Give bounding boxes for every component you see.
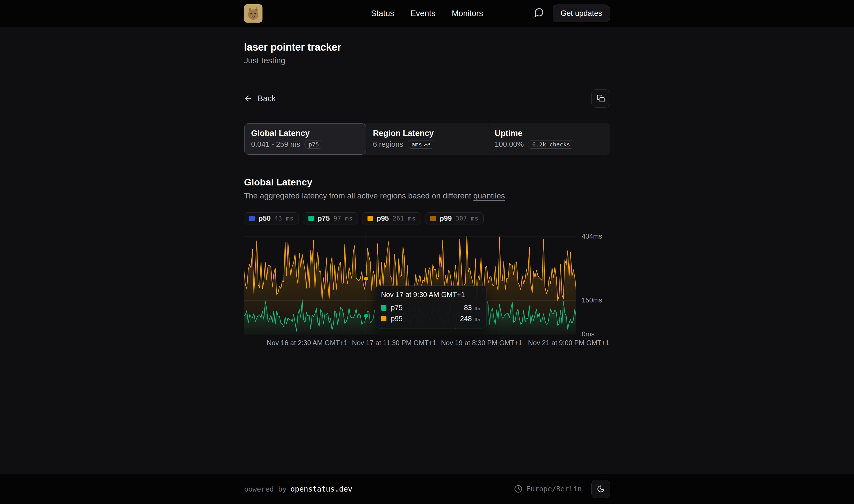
region-badge: ams [407,140,434,149]
tooltip-value: 83 [464,304,472,312]
moon-icon [597,485,605,493]
nav-status[interactable]: Status [371,9,394,18]
message-bubble-icon [534,7,544,19]
tooltip-row-p75: p75 83ms [381,304,481,312]
timezone-label: Europe/Berlin [526,485,582,493]
top-nav: Status Events Monitors Get updates [0,0,854,27]
x-tick-label: Nov 21 at 9:00 PM GMT+1 [528,339,609,347]
tooltip-row-p95: p95 248ms [381,314,481,323]
clock-icon [514,485,522,493]
tab-title: Global Latency [251,129,359,138]
back-label: Back [257,94,276,103]
p95-swatch [381,316,386,321]
main-nav: Status Events Monitors [371,9,483,18]
toolbar-row: Back [244,89,610,108]
nav-monitors[interactable]: Monitors [452,9,483,18]
page-subtitle: Just testing [244,56,610,65]
tab-uptime[interactable]: Uptime 100.00% 6.2k checks [488,123,610,154]
p75-swatch [381,305,386,310]
p99-swatch [430,216,436,221]
openstatus-link[interactable]: openstatus.dev [290,485,352,493]
main-content: laser pointer tracker Just testing Back [0,27,854,474]
p95-swatch [367,216,373,221]
logo-image[interactable] [244,4,262,23]
tab-title: Region Latency [373,129,481,138]
copy-link-button[interactable] [592,89,610,108]
back-link[interactable]: Back [244,94,276,103]
legend-value: 97 ms [333,215,353,222]
y-tick-label: 434ms [582,232,602,240]
x-tick-label: Nov 17 at 11:30 PM GMT+1 [352,339,436,347]
section-title: Global Latency [244,177,610,188]
get-updates-button[interactable]: Get updates [553,4,610,23]
legend-value: 261 ms [393,215,416,222]
legend-label: p99 [440,214,452,222]
checks-badge: 6.2k checks [528,140,574,149]
y-tick-label: 0ms [582,330,595,338]
legend-label: p75 [317,214,330,222]
legend-value: 307 ms [456,215,478,222]
x-axis: Nov 16 at 2:30 AM GMT+1 Nov 17 at 11:30 … [244,339,576,349]
nav-events[interactable]: Events [411,9,435,18]
status-page: Status Events Monitors Get updates laser… [0,0,854,504]
feedback-button[interactable] [534,7,544,19]
powered-label: powered by [244,485,287,493]
legend-item-p99[interactable]: p99 307 ms [425,212,484,224]
legend-label: p50 [258,214,271,222]
cat-logo-icon [244,4,262,23]
tooltip-label: p75 [391,304,402,312]
theme-toggle-button[interactable] [592,480,610,498]
tab-region-latency[interactable]: Region Latency 6 regions ams [366,123,488,154]
tooltip-unit: ms [473,316,481,323]
p75-swatch [308,216,314,221]
timezone: Europe/Berlin [514,485,581,493]
page-title: laser pointer tracker [244,27,610,53]
powered-by: powered byopenstatus.dev [244,485,352,493]
page-footer: powered byopenstatus.dev Europe/Berlin [0,474,854,504]
legend-item-p50[interactable]: p50 43 ms [244,212,299,224]
latency-chart-area: 434ms150ms0ms Nov 16 at 2:30 AM GMT+1 No… [244,231,610,357]
legend-item-p75[interactable]: p75 97 ms [303,212,358,224]
x-tick-label: Nov 19 at 8:30 PM GMT+1 [441,339,522,347]
tooltip-label: p95 [391,314,402,323]
section-description: The aggregated latency from all active r… [244,191,610,200]
legend-item-p95[interactable]: p95 261 ms [362,212,421,224]
tooltip-unit: ms [473,304,481,311]
trending-up-icon [424,141,430,147]
quantiles-link[interactable]: quantiles [473,191,505,200]
chart-tooltip: Nov 17 at 9:30 AM GMT+1 p75 83ms p95 248… [375,286,487,329]
p75-badge: p75 [305,140,323,149]
chart-legend: p50 43 ms p75 97 ms p95 261 ms p99 307 m… [244,212,610,224]
legend-value: 43 ms [274,215,294,222]
arrow-left-icon [244,94,253,103]
tab-global-latency[interactable]: Global Latency 0.041 - 259 ms p75 [244,123,366,154]
copy-icon [597,94,605,103]
tab-subtitle: 6 regions [373,140,403,149]
tab-subtitle: 0.041 - 259 ms [251,140,300,149]
header-actions: Get updates [534,4,610,23]
tab-title: Uptime [495,129,603,138]
p50-swatch [249,216,254,221]
metric-tabs: Global Latency 0.041 - 259 ms p75 Region… [244,123,610,155]
y-tick-label: 150ms [582,296,602,304]
tooltip-title: Nov 17 at 9:30 AM GMT+1 [381,291,481,299]
x-tick-label: Nov 16 at 2:30 AM GMT+1 [267,339,348,347]
y-axis: 434ms150ms0ms [582,231,610,335]
tooltip-value: 248 [460,314,472,323]
legend-label: p95 [377,214,389,222]
tab-subtitle: 100.00% [495,140,524,149]
